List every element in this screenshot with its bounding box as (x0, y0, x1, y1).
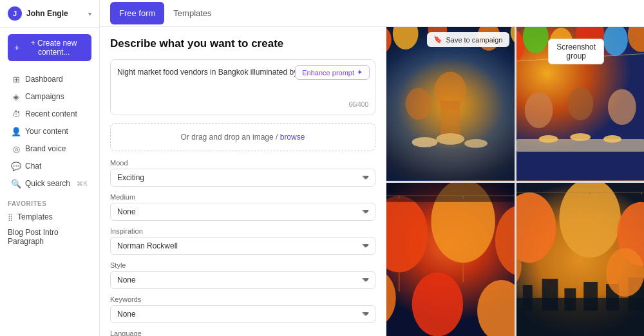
mood-field: Mood ExcitingCalmDramaticPlayfulMysterio… (110, 159, 375, 187)
top-controls: Screenshot group ♡ (627, 33, 636, 46)
style-field: Style NoneRealisticAbstractImpressionist… (110, 261, 375, 289)
chat-icon: 💬 (12, 162, 21, 171)
avatar: J (8, 6, 22, 21)
create-button-label: + Create new content... (23, 39, 85, 57)
image-cell-3[interactable] (386, 183, 515, 337)
inspiration-field: Inspiration Norman RockwellVan GoghMonet… (110, 227, 375, 255)
sidebar-item-label: Quick search (25, 179, 70, 188)
medium-select[interactable]: NoneOil paintingWatercolorDigital artPho… (110, 203, 375, 221)
image-grid: Screenshot group ♡ 🔖 Save to campaign (386, 27, 644, 336)
sidebar-item-templates[interactable]: ⣿ Templates (0, 209, 99, 225)
keywords-select-wrapper: None (110, 305, 375, 323)
svg-point-22 (567, 87, 593, 120)
brand-voice-icon: ◎ (12, 144, 21, 153)
svg-point-33 (412, 272, 464, 336)
blog-post-label: Blog Post Intro Paragraph (8, 228, 91, 246)
svg-rect-37 (386, 183, 515, 202)
screenshot-group-button[interactable]: Screenshot group (548, 39, 604, 64)
your-content-icon: 👤 (12, 127, 21, 136)
prompt-container: Night market food vendors in Bangkok ill… (110, 59, 375, 115)
keywords-field: Keywords None (110, 295, 375, 323)
drag-drop-text: Or drag and drop an image / (181, 133, 278, 142)
user-menu[interactable]: J John Engle ▾ (0, 0, 99, 28)
dashboard-icon: ⊞ (12, 75, 21, 84)
sidebar-item-quick-search[interactable]: 🔍 Quick search ⌘K (4, 175, 95, 192)
image-svg-4 (516, 183, 645, 337)
content-area: Describe what you want to create Night m… (100, 27, 644, 336)
svg-rect-12 (386, 27, 515, 181)
svg-rect-42 (516, 297, 645, 336)
image-cell-1[interactable]: 🔖 Save to campaign (386, 27, 515, 181)
sidebar: J John Engle ▾ + + Create new content...… (0, 0, 100, 336)
char-count: 66/400 (117, 101, 368, 108)
tab-templates[interactable]: Templates (164, 2, 220, 24)
sidebar-item-brand-voice[interactable]: ◎ Brand voice (4, 140, 95, 157)
medium-select-wrapper: NoneOil paintingWatercolorDigital artPho… (110, 203, 375, 221)
language-label: Language (110, 330, 375, 336)
tab-free-form[interactable]: Free form (110, 2, 164, 24)
svg-point-27 (603, 135, 621, 143)
inspiration-select-wrapper: Norman RockwellVan GoghMonetPicassoNone (110, 237, 375, 255)
sidebar-item-label: Campaigns (25, 92, 64, 101)
campaigns-icon: ◈ (12, 92, 21, 101)
svg-point-21 (524, 92, 553, 128)
mood-select[interactable]: ExcitingCalmDramaticPlayfulMysterious (110, 169, 375, 187)
main-area: Free form Templates Describe what you wa… (100, 0, 644, 336)
sidebar-nav: ⊞ Dashboard ◈ Campaigns ⏱ Recent content… (0, 68, 99, 195)
save-campaign-label: Save to campaign (446, 36, 502, 44)
image-svg-3 (386, 183, 515, 337)
chevron-down-icon: ▾ (88, 10, 91, 17)
heart-icon[interactable]: ♡ (627, 33, 636, 46)
mood-label: Mood (110, 159, 375, 167)
sidebar-item-label: Recent content (25, 109, 77, 118)
search-icon: 🔍 (12, 179, 21, 188)
sidebar-item-recent-content[interactable]: ⏱ Recent content (4, 106, 95, 122)
sidebar-item-chat[interactable]: 💬 Chat (4, 158, 95, 174)
sidebar-item-blog-post[interactable]: Blog Post Intro Paragraph (0, 225, 99, 249)
tab-bar: Free form Templates (100, 0, 644, 27)
keywords-label: Keywords (110, 295, 375, 303)
enhance-prompt-button[interactable]: Enhance prompt ✦ (295, 65, 370, 80)
drag-drop-zone[interactable]: Or drag and drop an image / browse (110, 123, 375, 151)
svg-point-25 (538, 135, 558, 143)
svg-rect-45 (542, 279, 558, 311)
bookmark-icon: 🔖 (433, 35, 442, 44)
sidebar-item-label: Brand voice (25, 144, 66, 153)
shortcut-badge: ⌘K (77, 180, 88, 187)
medium-field: Medium NoneOil paintingWatercolorDigital… (110, 193, 375, 221)
sidebar-item-label: Chat (25, 162, 41, 171)
save-to-campaign-button[interactable]: 🔖 Save to campaign (427, 32, 509, 47)
style-label: Style (110, 261, 375, 269)
inspiration-select[interactable]: Norman RockwellVan GoghMonetPicassoNone (110, 237, 375, 255)
recent-icon: ⏱ (12, 109, 21, 118)
sidebar-item-dashboard[interactable]: ⊞ Dashboard (4, 71, 95, 88)
keywords-select[interactable]: None (110, 305, 375, 323)
sidebar-item-label: Dashboard (25, 75, 63, 84)
create-new-content-button[interactable]: + + Create new content... (8, 34, 91, 61)
sidebar-fav-label: Templates (17, 212, 53, 221)
svg-rect-47 (583, 282, 598, 311)
image-cell-4[interactable] (516, 183, 645, 337)
user-name: John Engle (26, 9, 88, 18)
svg-point-55 (606, 248, 645, 297)
svg-rect-44 (522, 285, 532, 311)
templates-icon: ⣿ (8, 213, 13, 221)
style-select[interactable]: NoneRealisticAbstractImpressionistSurrea… (110, 271, 375, 289)
medium-label: Medium (110, 193, 375, 201)
mood-select-wrapper: ExcitingCalmDramaticPlayfulMysterious (110, 169, 375, 187)
browse-link[interactable]: browse (280, 133, 305, 142)
sparkle-icon: ✦ (357, 68, 363, 77)
enhance-label: Enhance prompt (302, 69, 354, 77)
svg-point-23 (607, 89, 636, 125)
svg-rect-46 (564, 288, 576, 310)
favorites-section-label: Favorites (0, 195, 99, 209)
form-panel: Describe what you want to create Night m… (100, 27, 386, 336)
sidebar-item-your-content[interactable]: 👤 Your content (4, 123, 95, 140)
sidebar-item-campaigns[interactable]: ◈ Campaigns (4, 88, 95, 105)
language-field: Language EnglishSpanishFrenchGermanJapan… (110, 330, 375, 336)
screenshot-group-label: Screenshot group (556, 42, 596, 61)
inspiration-label: Inspiration (110, 227, 375, 235)
style-select-wrapper: NoneRealisticAbstractImpressionistSurrea… (110, 271, 375, 289)
image-svg-1 (386, 27, 515, 181)
page-title: Describe what you want to create (110, 37, 375, 50)
